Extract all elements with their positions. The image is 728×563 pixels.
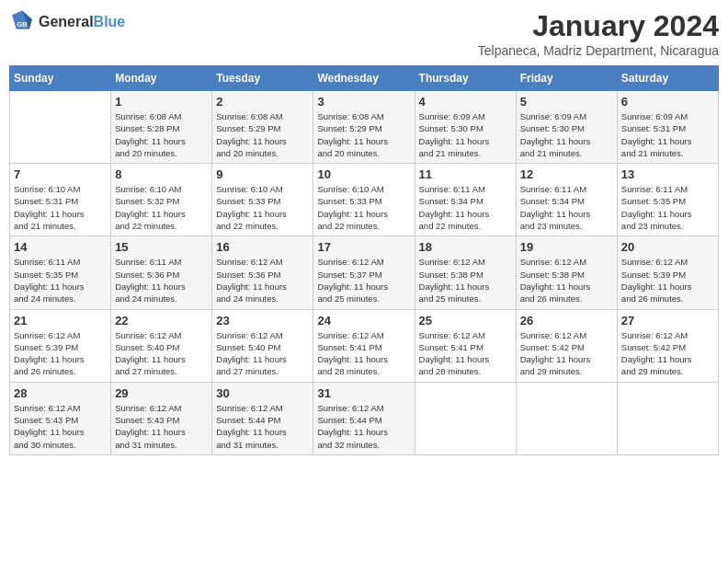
calendar-cell: 31Sunrise: 6:12 AMSunset: 5:44 PMDayligh… — [313, 382, 415, 454]
day-info: Sunrise: 6:12 AMSunset: 5:44 PMDaylight:… — [216, 402, 309, 451]
day-number: 17 — [317, 240, 410, 254]
calendar-cell: 8Sunrise: 6:10 AMSunset: 5:32 PMDaylight… — [111, 164, 212, 236]
logo-general: General — [39, 14, 94, 30]
location-title: Telpaneca, Madriz Department, Nicaragua — [478, 43, 719, 58]
day-number: 25 — [419, 314, 512, 327]
day-info: Sunrise: 6:12 AMSunset: 5:37 PMDaylight:… — [317, 256, 410, 304]
day-info: Sunrise: 6:08 AMSunset: 5:29 PMDaylight:… — [216, 110, 309, 159]
day-number: 18 — [419, 240, 512, 254]
day-info: Sunrise: 6:10 AMSunset: 5:33 PMDaylight:… — [317, 183, 410, 232]
calendar-cell: 17Sunrise: 6:12 AMSunset: 5:37 PMDayligh… — [313, 236, 415, 309]
calendar-cell: 15Sunrise: 6:11 AMSunset: 5:36 PMDayligh… — [111, 236, 212, 309]
day-number: 27 — [621, 314, 714, 327]
calendar-cell — [415, 382, 516, 454]
day-info: Sunrise: 6:12 AMSunset: 5:38 PMDaylight:… — [520, 256, 613, 304]
day-number: 8 — [115, 167, 208, 181]
day-number: 16 — [216, 240, 309, 254]
calendar-cell: 11Sunrise: 6:11 AMSunset: 5:34 PMDayligh… — [415, 164, 516, 236]
day-header-monday: Monday — [111, 66, 212, 91]
day-number: 7 — [14, 167, 107, 181]
calendar-cell: 29Sunrise: 6:12 AMSunset: 5:43 PMDayligh… — [111, 382, 212, 454]
day-info: Sunrise: 6:10 AMSunset: 5:32 PMDaylight:… — [115, 183, 208, 232]
calendar-cell: 21Sunrise: 6:12 AMSunset: 5:39 PMDayligh… — [10, 309, 111, 382]
calendar-cell: 5Sunrise: 6:09 AMSunset: 5:30 PMDaylight… — [516, 91, 617, 164]
calendar-week-1: 7Sunrise: 6:10 AMSunset: 5:31 PMDaylight… — [10, 164, 719, 236]
calendar-cell: 13Sunrise: 6:11 AMSunset: 5:35 PMDayligh… — [617, 164, 718, 236]
day-number: 11 — [419, 167, 512, 181]
calendar-cell: 24Sunrise: 6:12 AMSunset: 5:41 PMDayligh… — [313, 309, 415, 382]
day-number: 2 — [216, 95, 309, 109]
calendar-cell: 30Sunrise: 6:12 AMSunset: 5:44 PMDayligh… — [212, 382, 313, 454]
day-info: Sunrise: 6:11 AMSunset: 5:35 PMDaylight:… — [14, 256, 107, 304]
day-info: Sunrise: 6:11 AMSunset: 5:35 PMDaylight:… — [621, 183, 714, 232]
calendar-header-row: SundayMondayTuesdayWednesdayThursdayFrid… — [10, 66, 719, 91]
day-info: Sunrise: 6:08 AMSunset: 5:28 PMDaylight:… — [115, 110, 208, 159]
day-number: 10 — [317, 167, 410, 181]
calendar-cell: 20Sunrise: 6:12 AMSunset: 5:39 PMDayligh… — [617, 236, 718, 309]
calendar-cell: 9Sunrise: 6:10 AMSunset: 5:33 PMDaylight… — [212, 164, 313, 236]
day-number: 19 — [520, 240, 613, 254]
day-info: Sunrise: 6:12 AMSunset: 5:36 PMDaylight:… — [216, 256, 309, 304]
logo-icon: GB — [9, 9, 35, 35]
day-number: 26 — [520, 314, 613, 327]
calendar-cell: 23Sunrise: 6:12 AMSunset: 5:40 PMDayligh… — [212, 309, 313, 382]
day-number: 9 — [216, 167, 309, 181]
calendar-cell — [10, 91, 111, 164]
day-info: Sunrise: 6:12 AMSunset: 5:39 PMDaylight:… — [621, 256, 714, 304]
calendar-cell: 27Sunrise: 6:12 AMSunset: 5:42 PMDayligh… — [617, 309, 718, 382]
calendar-cell: 12Sunrise: 6:11 AMSunset: 5:34 PMDayligh… — [516, 164, 617, 236]
day-info: Sunrise: 6:12 AMSunset: 5:40 PMDaylight:… — [216, 329, 309, 378]
calendar-cell: 4Sunrise: 6:09 AMSunset: 5:30 PMDaylight… — [415, 91, 516, 164]
day-info: Sunrise: 6:12 AMSunset: 5:41 PMDaylight:… — [419, 329, 512, 378]
day-number: 29 — [115, 386, 208, 400]
calendar-cell: 10Sunrise: 6:10 AMSunset: 5:33 PMDayligh… — [313, 164, 415, 236]
day-info: Sunrise: 6:12 AMSunset: 5:43 PMDaylight:… — [14, 402, 107, 451]
calendar-cell: 1Sunrise: 6:08 AMSunset: 5:28 PMDaylight… — [111, 91, 212, 164]
day-header-sunday: Sunday — [10, 66, 111, 91]
day-number: 20 — [621, 240, 714, 254]
calendar-table: SundayMondayTuesdayWednesdayThursdayFrid… — [9, 65, 719, 455]
day-info: Sunrise: 6:12 AMSunset: 5:42 PMDaylight:… — [520, 329, 613, 378]
calendar-cell: 25Sunrise: 6:12 AMSunset: 5:41 PMDayligh… — [415, 309, 516, 382]
svg-text:GB: GB — [17, 20, 28, 29]
day-number: 24 — [317, 314, 410, 327]
day-number: 13 — [621, 167, 714, 181]
day-info: Sunrise: 6:08 AMSunset: 5:29 PMDaylight:… — [317, 110, 410, 159]
logo-text: General Blue — [39, 14, 125, 30]
day-info: Sunrise: 6:12 AMSunset: 5:39 PMDaylight:… — [14, 329, 107, 378]
day-header-saturday: Saturday — [617, 66, 718, 91]
day-number: 5 — [520, 95, 613, 109]
day-info: Sunrise: 6:09 AMSunset: 5:30 PMDaylight:… — [520, 110, 613, 159]
day-info: Sunrise: 6:12 AMSunset: 5:43 PMDaylight:… — [115, 402, 208, 451]
header: GB General Blue January 2024 Telpaneca, … — [9, 9, 719, 58]
day-number: 6 — [621, 95, 714, 109]
calendar-week-4: 28Sunrise: 6:12 AMSunset: 5:43 PMDayligh… — [10, 382, 719, 454]
day-number: 21 — [14, 314, 107, 327]
calendar-cell: 3Sunrise: 6:08 AMSunset: 5:29 PMDaylight… — [313, 91, 415, 164]
day-info: Sunrise: 6:12 AMSunset: 5:40 PMDaylight:… — [115, 329, 208, 378]
day-info: Sunrise: 6:12 AMSunset: 5:38 PMDaylight:… — [419, 256, 512, 304]
day-number: 28 — [14, 386, 107, 400]
day-info: Sunrise: 6:09 AMSunset: 5:31 PMDaylight:… — [621, 110, 714, 159]
calendar-week-2: 14Sunrise: 6:11 AMSunset: 5:35 PMDayligh… — [10, 236, 719, 309]
title-area: January 2024 Telpaneca, Madriz Departmen… — [478, 9, 719, 58]
calendar-cell: 19Sunrise: 6:12 AMSunset: 5:38 PMDayligh… — [516, 236, 617, 309]
calendar-cell: 22Sunrise: 6:12 AMSunset: 5:40 PMDayligh… — [111, 309, 212, 382]
calendar-cell: 14Sunrise: 6:11 AMSunset: 5:35 PMDayligh… — [10, 236, 111, 309]
calendar-cell: 7Sunrise: 6:10 AMSunset: 5:31 PMDaylight… — [10, 164, 111, 236]
calendar-cell: 26Sunrise: 6:12 AMSunset: 5:42 PMDayligh… — [516, 309, 617, 382]
calendar-cell: 18Sunrise: 6:12 AMSunset: 5:38 PMDayligh… — [415, 236, 516, 309]
day-number: 12 — [520, 167, 613, 181]
calendar-cell: 6Sunrise: 6:09 AMSunset: 5:31 PMDaylight… — [617, 91, 718, 164]
day-number: 15 — [115, 240, 208, 254]
logo-blue: Blue — [94, 14, 126, 30]
day-info: Sunrise: 6:12 AMSunset: 5:41 PMDaylight:… — [317, 329, 410, 378]
day-info: Sunrise: 6:12 AMSunset: 5:42 PMDaylight:… — [621, 329, 714, 378]
day-number: 23 — [216, 314, 309, 327]
day-number: 3 — [317, 95, 410, 109]
calendar-cell — [516, 382, 617, 454]
day-number: 1 — [115, 95, 208, 109]
day-header-wednesday: Wednesday — [313, 66, 415, 91]
month-title: January 2024 — [478, 9, 719, 43]
day-number: 30 — [216, 386, 309, 400]
